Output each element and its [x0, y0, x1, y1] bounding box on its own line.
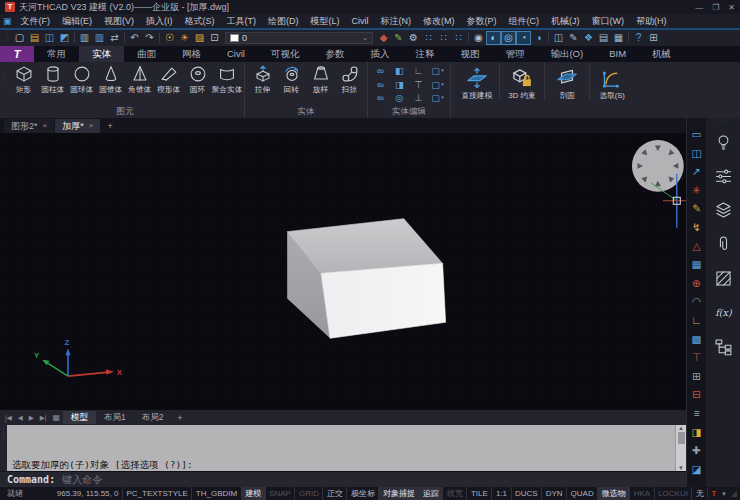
separator[interactable]	[546, 31, 551, 45]
status-menu-caret[interactable]: ▾	[719, 490, 729, 498]
separator[interactable]	[466, 31, 471, 45]
osnap-toggle[interactable]: 对象捕捉	[378, 487, 418, 500]
structure-icon[interactable]	[706, 329, 740, 363]
model-viewport[interactable]: X Z Y	[0, 133, 686, 410]
dim-style[interactable]: TH_GBDIM	[191, 487, 240, 500]
lineweight-toggle[interactable]: 线宽	[442, 487, 466, 500]
layer-color-icon[interactable]: ▨	[192, 31, 207, 45]
plot-preview-icon[interactable]: ▥	[77, 31, 92, 45]
target-tool-icon[interactable]: ⊕	[687, 274, 706, 293]
menu-item[interactable]: 视图(V)	[98, 14, 140, 28]
settings-icon[interactable]: ❖	[581, 31, 596, 45]
layers-icon[interactable]	[706, 193, 740, 227]
new-drawing-tab-button[interactable]: +	[101, 119, 118, 133]
menu-item[interactable]: 模型(L)	[305, 14, 346, 28]
layout-menu-icon[interactable]: ▦	[49, 413, 63, 422]
viewport-tool-icon[interactable]: ▭	[687, 125, 706, 144]
menu-item[interactable]: 窗口(W)	[586, 14, 631, 28]
union-icon[interactable]: ∞	[371, 64, 390, 78]
menu-item[interactable]: 修改(M)	[417, 14, 461, 28]
redo-icon[interactable]: ↷	[142, 31, 157, 45]
close-button[interactable]: ✕	[728, 3, 735, 12]
free-orbit-icon[interactable]: ◎	[501, 31, 516, 45]
close-icon[interactable]: ×	[43, 119, 48, 133]
hatch-pattern-icon[interactable]	[706, 261, 740, 295]
palette-icon[interactable]: ◫	[551, 31, 566, 45]
leader-tool-icon[interactable]: ↗	[687, 162, 706, 181]
sketch-tool-icon[interactable]: ✎	[687, 199, 706, 218]
separator[interactable]	[122, 31, 127, 45]
revolve-button[interactable]: 回转	[277, 63, 306, 94]
menu-item[interactable]: 编辑(E)	[56, 14, 98, 28]
bulb-icon[interactable]: ☉	[162, 31, 177, 45]
link-icon[interactable]: ∷	[421, 31, 436, 45]
light-bulb-icon[interactable]	[706, 125, 740, 159]
thcad-logo[interactable]: T	[0, 46, 34, 62]
list-tool-icon[interactable]: ≡	[687, 404, 706, 423]
spray-tool-icon[interactable]: ✳	[687, 181, 706, 200]
help-icon[interactable]: ?	[631, 31, 646, 45]
grid-tool-icon[interactable]: ▦	[687, 255, 706, 274]
pick-toggle[interactable]: 微选物	[597, 487, 629, 500]
separator[interactable]	[626, 31, 631, 45]
direct-modeling-button[interactable]: 直接建模	[454, 63, 499, 100]
separator[interactable]	[72, 31, 77, 45]
scale-toggle[interactable]: 1:1	[491, 487, 510, 500]
nav-wheel-icon[interactable]: ◉	[471, 31, 486, 45]
polar-toggle[interactable]: 极坐标	[346, 487, 378, 500]
continuous-orbit-icon[interactable]: ◔	[516, 31, 531, 45]
scrollbar-thumb[interactable]	[678, 432, 685, 444]
ribbon-tab[interactable]: 参数	[312, 46, 357, 62]
lockui-toggle[interactable]: LOCKUI	[654, 487, 692, 500]
intersect-icon[interactable]: ∞	[371, 91, 390, 105]
restore-button[interactable]: ❐	[712, 3, 719, 12]
sphere-button[interactable]: 圆球体	[67, 63, 96, 94]
subtract-tool-icon[interactable]: ⊟	[687, 385, 706, 404]
menu-item[interactable]: 组件(C)	[503, 14, 546, 28]
adjust-sliders-icon[interactable]	[706, 159, 740, 193]
toolbar-grip[interactable]: ⋮	[4, 34, 10, 42]
sun-icon[interactable]: ☀	[177, 31, 192, 45]
menu-item[interactable]: Civil	[346, 14, 375, 28]
cell-tool-icon[interactable]: ⊞	[687, 367, 706, 386]
hatch-tool-icon[interactable]: ▩	[687, 330, 706, 349]
layout-tab[interactable]: 模型	[63, 411, 96, 424]
drawing-tab[interactable]: 图形2* ×	[4, 119, 54, 133]
extrude-button[interactable]: 拉伸	[248, 63, 277, 94]
block-tool-icon[interactable]: ◨	[687, 423, 706, 442]
loft-button[interactable]: 放样	[306, 63, 335, 94]
polysolid-button[interactable]: 聚合实体	[212, 63, 241, 94]
link-icon-2[interactable]: ∷	[436, 31, 451, 45]
pyramid-button[interactable]: 角锥体	[125, 63, 154, 94]
navigation-sphere[interactable]	[632, 140, 684, 192]
box-button[interactable]: 矩形	[9, 63, 38, 94]
ribbon-tab[interactable]: 视图	[447, 46, 492, 62]
solid-edit-menu[interactable]: ▢	[428, 64, 447, 78]
menu-item[interactable]: 工具(T)	[221, 14, 263, 28]
ortho-toggle[interactable]: 正交	[322, 487, 346, 500]
solid-edit-menu-2[interactable]: ▢	[428, 78, 447, 92]
share-icon[interactable]: ⊞	[646, 31, 661, 45]
new-file-icon[interactable]: ▢	[12, 31, 27, 45]
menu-item[interactable]: 绘图(D)	[262, 14, 305, 28]
section-button[interactable]: 剖面	[544, 63, 589, 100]
drawing-tab[interactable]: 加厚* ×	[55, 119, 100, 133]
select-button[interactable]: 选取(S)	[589, 63, 634, 100]
triangle-tool-icon[interactable]: △	[687, 237, 706, 256]
menu-item[interactable]: 插入(I)	[140, 14, 179, 28]
link-icon-3[interactable]: ∷	[451, 31, 466, 45]
menu-item[interactable]: 机械(J)	[545, 14, 586, 28]
paint-bucket-icon[interactable]: ◆	[376, 31, 391, 45]
ribbon-tab[interactable]: 常用	[34, 46, 79, 62]
separator[interactable]	[157, 31, 162, 45]
corner-tool-icon[interactable]: ◪	[687, 460, 706, 479]
ribbon-tab[interactable]: 注释	[402, 46, 447, 62]
undo-icon[interactable]: ↶	[127, 31, 142, 45]
last-tab-button[interactable]: ▶|	[37, 411, 50, 424]
ducs-toggle[interactable]: DUCS	[511, 487, 542, 500]
grid-toggle[interactable]: GRID	[294, 487, 322, 500]
minimize-button[interactable]: —	[695, 3, 703, 12]
command-scrollbar[interactable]: ▲ ▼	[675, 425, 686, 471]
attachment-icon[interactable]	[706, 227, 740, 261]
imprint-icon[interactable]: ◎	[390, 91, 409, 105]
